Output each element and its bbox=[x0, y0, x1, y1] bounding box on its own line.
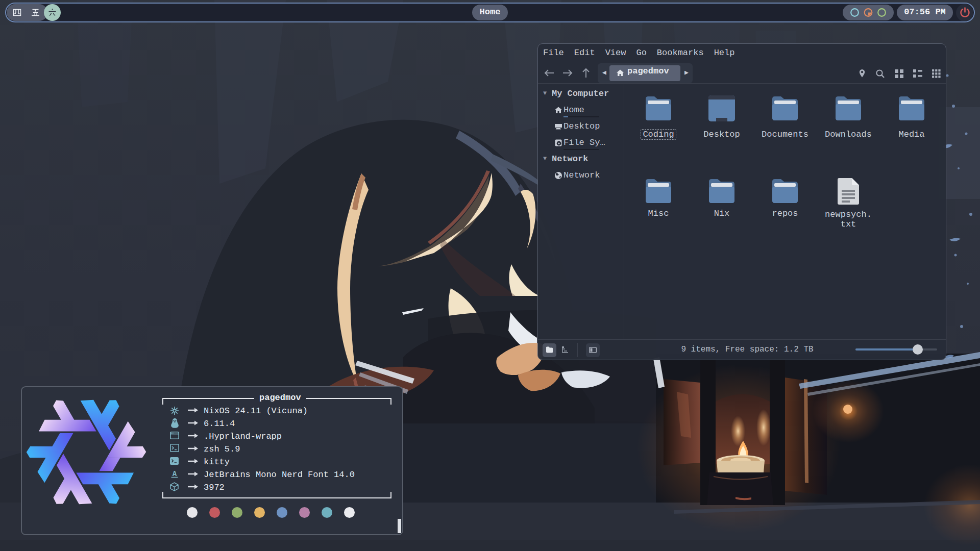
svg-text:A: A bbox=[173, 470, 177, 478]
